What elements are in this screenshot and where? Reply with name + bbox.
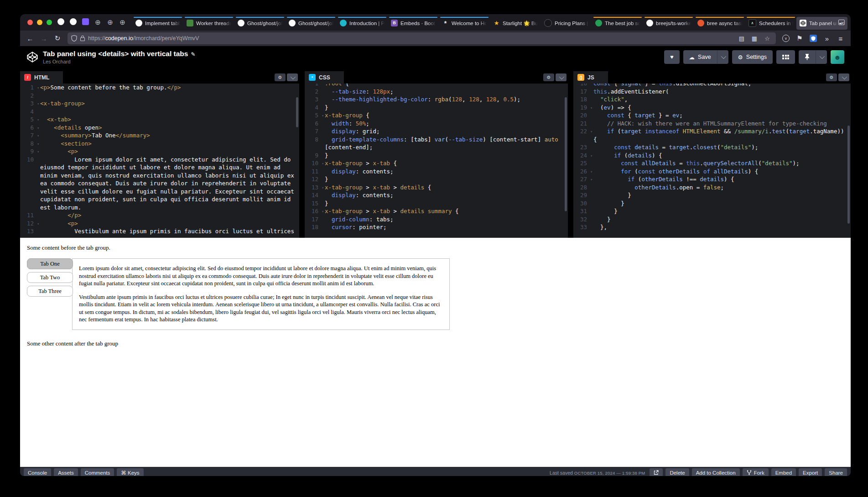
- panel-collapse-button[interactable]: [287, 73, 298, 81]
- panel-gear-button[interactable]: ⚙: [826, 73, 837, 81]
- code-editor[interactable]: 1▾<p>Some content before the tab group.<…: [20, 84, 299, 238]
- pinned-tab[interactable]: ⊕: [94, 18, 101, 26]
- user-avatar[interactable]: ☻: [831, 50, 844, 64]
- delete-button[interactable]: Delete: [665, 468, 689, 476]
- browser-tab[interactable]: ∧Schedulers in N: [745, 17, 796, 30]
- browser-tab[interactable]: bree async task: [694, 17, 745, 30]
- menu-hamburger-icon[interactable]: ≡: [834, 33, 847, 44]
- browser-tab[interactable]: Implement tabb: [132, 17, 183, 30]
- assets-button[interactable]: Assets: [54, 468, 78, 476]
- fold-arrow-icon[interactable]: ▾: [590, 152, 593, 160]
- change-view-button[interactable]: [776, 50, 795, 64]
- fold-arrow-icon[interactable]: ▾: [322, 112, 324, 120]
- fold-arrow-icon[interactable]: ▾: [322, 184, 324, 192]
- close-window-button[interactable]: [27, 20, 33, 25]
- browser-tab[interactable]: ★Starlight 🌟 Buil: [490, 17, 541, 30]
- browser-tab[interactable]: Worker threads: [183, 17, 234, 30]
- fold-arrow-icon[interactable]: ▾: [590, 104, 593, 112]
- tracking-shield-icon[interactable]: [71, 35, 77, 42]
- browser-tab[interactable]: Introduction | Pi: [337, 17, 388, 30]
- fold-arrow-icon[interactable]: ▾: [590, 176, 593, 184]
- fold-arrow-icon[interactable]: ▾: [37, 124, 39, 132]
- panel-collapse-button[interactable]: [556, 73, 567, 81]
- panel-label[interactable]: *CSS: [305, 71, 344, 84]
- pocket-icon[interactable]: ∨: [780, 33, 792, 44]
- share-button[interactable]: Share: [825, 468, 847, 476]
- browser-tab-bar: ⊕⊕⊕ Implement tabbWorker threadsGhost/gh…: [20, 14, 851, 31]
- open-external-button[interactable]: [650, 468, 663, 476]
- -keys-button[interactable]: ⌘ Keys: [117, 468, 143, 476]
- pinned-tab[interactable]: ⊕: [107, 18, 114, 26]
- fork-button[interactable]: Fork: [743, 468, 769, 476]
- pin-button[interactable]: [799, 50, 816, 64]
- panel-label[interactable]: /HTML: [20, 71, 63, 84]
- password-manager-icon[interactable]: [807, 33, 820, 44]
- browser-tab[interactable]: Ghost/ghost/job: [234, 17, 286, 30]
- scrollbar-thumb[interactable]: [847, 126, 850, 224]
- fold-arrow-icon[interactable]: ▾: [37, 116, 39, 124]
- bookmark-star-icon[interactable]: ☆: [762, 35, 772, 42]
- save-button[interactable]: ☁Save: [683, 50, 717, 64]
- reload-button[interactable]: ↻: [51, 33, 64, 44]
- embed-button[interactable]: Embed: [771, 468, 796, 476]
- url-bar[interactable]: https://codepen.io/lmorchard/pen/eYqWmvV…: [68, 32, 776, 44]
- add-to-collection-button[interactable]: Add to Collection: [692, 468, 740, 476]
- container-stripe: [236, 17, 284, 18]
- back-button[interactable]: ←: [24, 33, 36, 44]
- line-number: 19▾: [573, 104, 589, 112]
- fold-arrow-icon[interactable]: ▾: [590, 168, 593, 176]
- line-number: 1▾: [20, 84, 36, 92]
- fold-arrow-icon[interactable]: ▾: [37, 132, 39, 140]
- browser-tab[interactable]: BEmbeds · Boots: [388, 17, 439, 30]
- fold-arrow-icon[interactable]: ▾: [37, 220, 39, 228]
- fold-arrow-icon[interactable]: ▾: [37, 84, 39, 92]
- pinned-tab[interactable]: ⊕: [119, 18, 126, 26]
- sidebar-flag-icon[interactable]: ⚑: [793, 33, 806, 44]
- forward-button[interactable]: →: [37, 33, 50, 44]
- pinned-tab[interactable]: [82, 18, 89, 27]
- browser-tab[interactable]: The best job sch: [592, 17, 643, 30]
- codepen-logo-icon[interactable]: [26, 51, 38, 63]
- fold-arrow-icon[interactable]: ▾: [322, 160, 324, 168]
- demo-tab-tab-three[interactable]: Tab Three: [27, 286, 73, 297]
- pinned-tab[interactable]: [70, 18, 77, 27]
- panel-gear-button[interactable]: ⚙: [275, 73, 286, 81]
- fold-arrow-icon[interactable]: ▾: [590, 128, 593, 136]
- fold-arrow-icon[interactable]: ▾: [37, 148, 39, 156]
- browser-tab[interactable]: breejs/ts-worke: [643, 17, 694, 30]
- browser-tab[interactable]: *Welcome to Hol: [439, 17, 490, 30]
- panel-gear-button[interactable]: ⚙: [543, 73, 554, 81]
- settings-button[interactable]: ⚙Settings: [732, 50, 773, 64]
- edit-pencil-icon[interactable]: ✎: [191, 51, 195, 58]
- code-editor[interactable]: 16const { signal } = this.disconnectAbor…: [573, 84, 851, 238]
- panel-label[interactable]: ()JS: [573, 71, 608, 84]
- browser-tab[interactable]: Pricing Plans | R: [541, 17, 592, 30]
- like-button[interactable]: ♥: [664, 50, 679, 64]
- console-button[interactable]: Console: [24, 468, 51, 476]
- scrollbar-thumb[interactable]: [296, 97, 298, 127]
- reader-mode-icon[interactable]: ▤: [737, 35, 747, 42]
- fold-arrow-icon[interactable]: ▾: [322, 208, 324, 216]
- fold-arrow-icon[interactable]: ▾: [37, 140, 39, 148]
- browser-tab[interactable]: Ghost/ghost/job: [286, 17, 337, 30]
- minimize-window-button[interactable]: [37, 20, 42, 25]
- screenshots-icon[interactable]: ▦: [749, 35, 759, 42]
- scrollbar-thumb[interactable]: [565, 97, 567, 211]
- extensions-overflow-icon[interactable]: »: [821, 33, 833, 44]
- demo-tab-tab-one[interactable]: Tab One: [27, 258, 73, 269]
- comments-button[interactable]: Comments: [81, 468, 114, 476]
- code-line: 9}: [305, 152, 568, 160]
- pin-dropdown-button[interactable]: [816, 50, 827, 64]
- code-line: 8▾ <section>: [20, 140, 299, 148]
- macos-traffic-lights[interactable]: [27, 20, 52, 25]
- panel-collapse-button[interactable]: [838, 73, 849, 81]
- code-line: 6 width: 50%;: [305, 120, 568, 128]
- demo-tab-tab-two[interactable]: Tab Two: [27, 272, 73, 283]
- pinned-tab[interactable]: [57, 18, 64, 27]
- fold-arrow-icon[interactable]: ▾: [37, 100, 39, 108]
- save-dropdown-button[interactable]: [717, 50, 728, 64]
- export-button[interactable]: Export: [799, 468, 822, 476]
- code-editor[interactable]: 1:root {2 --tab-size: 128px;3 --theme-hi…: [305, 84, 568, 238]
- lock-icon[interactable]: [80, 37, 85, 41]
- zoom-window-button[interactable]: [47, 20, 52, 25]
